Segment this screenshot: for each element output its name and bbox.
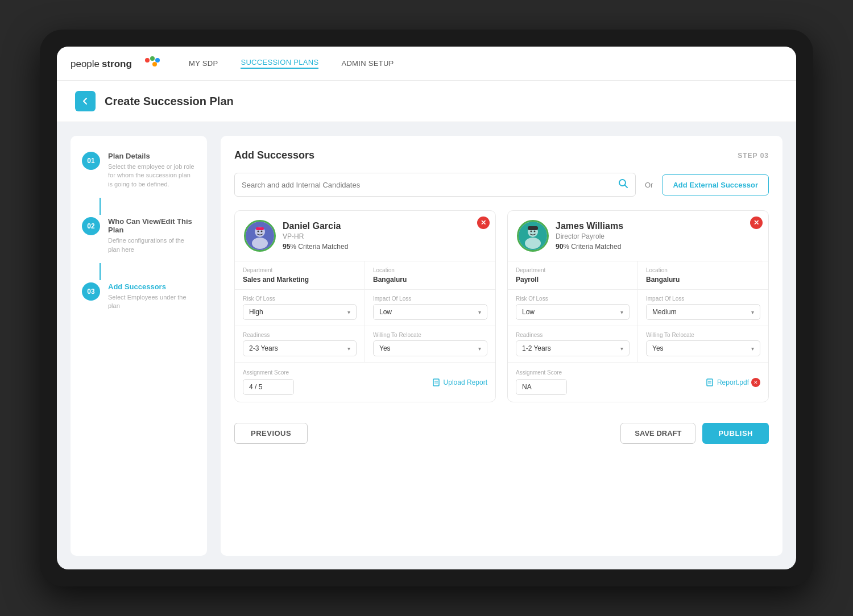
impact-select-james[interactable]: Medium ▾ xyxy=(646,304,760,320)
svg-point-2 xyxy=(145,58,150,63)
top-nav: people strong MY SDP SUCCESSION PLANS AD… xyxy=(57,47,796,81)
right-buttons: SAVE DRAFT PUBLISH xyxy=(620,423,769,444)
candidate-name-james: James Williams xyxy=(556,221,759,231)
step-title-3: Add Successors xyxy=(108,282,196,291)
step-circle-3: 03 xyxy=(82,282,100,301)
nav-succession-plans[interactable]: SUCCESSION PLANS xyxy=(241,58,318,69)
candidate-card-daniel: Daniel Garcia VP-HR 95% Criteria Matched… xyxy=(234,210,496,402)
svg-point-4 xyxy=(155,58,160,63)
step-title-1: Plan Details xyxy=(108,152,196,160)
search-input[interactable] xyxy=(242,181,614,189)
publish-button[interactable]: PUBLISH xyxy=(702,423,769,444)
svg-rect-22 xyxy=(707,379,713,386)
field-readiness-daniel: Readiness 2-3 Years ▾ xyxy=(235,326,365,363)
field-dept-daniel: Department Sales and Marketing xyxy=(235,261,365,290)
risk-select-james[interactable]: Low ▾ xyxy=(516,304,630,320)
criteria-james: 90% Criteria Matched xyxy=(556,243,759,251)
bottom-actions: PREVIOUS SAVE DRAFT PUBLISH xyxy=(234,418,769,444)
field-readiness-james: Readiness 1-2 Years ▾ xyxy=(508,326,638,363)
nav-my-sdp[interactable]: MY SDP xyxy=(189,59,218,68)
nav-admin-setup[interactable]: ADMIN SETUP xyxy=(341,59,394,68)
file-name-james: Report.pdf xyxy=(717,378,749,386)
chevron-down-icon: ▾ xyxy=(620,309,623,315)
relocate-select-james[interactable]: Yes ▾ xyxy=(646,340,760,356)
chevron-down-icon: ▾ xyxy=(620,346,623,352)
candidate-info-daniel: Daniel Garcia VP-HR 95% Criteria Matched xyxy=(283,221,486,251)
svg-rect-21 xyxy=(528,226,538,230)
chevron-down-icon: ▾ xyxy=(347,346,350,352)
add-external-successor-button[interactable]: Add External Successor xyxy=(662,174,769,195)
save-draft-button[interactable]: SAVE DRAFT xyxy=(620,423,695,444)
avatar-james xyxy=(517,220,549,252)
candidate-role-james: Director Payrole xyxy=(556,232,759,240)
step-item-3: 03 Add Successors Select Employees under… xyxy=(82,282,196,311)
assignment-input-daniel[interactable] xyxy=(243,379,294,395)
file-chip-james: Report.pdf ✕ xyxy=(706,378,760,387)
step-circle-2: 02 xyxy=(82,217,100,235)
svg-rect-12 xyxy=(256,227,264,230)
relocate-select-daniel[interactable]: Yes ▾ xyxy=(373,340,487,356)
candidate-header-daniel: Daniel Garcia VP-HR 95% Criteria Matched… xyxy=(235,211,495,261)
search-icon xyxy=(618,178,628,191)
candidate-card-james: James Williams Director Payrole 90% Crit… xyxy=(507,210,769,402)
field-relocate-daniel: Willing to Relocate Yes ▾ xyxy=(365,326,495,363)
step-desc-2: Define configurations of the plan here xyxy=(108,236,196,254)
remove-daniel-button[interactable]: ✕ xyxy=(477,217,490,229)
step-connector-2 xyxy=(100,263,101,280)
search-box[interactable] xyxy=(234,173,636,197)
candidate-info-james: James Williams Director Payrole 90% Crit… xyxy=(556,221,759,251)
readiness-select-daniel[interactable]: 2-3 Years ▾ xyxy=(243,340,357,356)
chevron-down-icon: ▾ xyxy=(751,309,754,315)
or-text: Or xyxy=(645,181,653,189)
step-desc-1: Select the employee or job role for whom… xyxy=(108,163,196,189)
field-loc-daniel: Location Bangaluru xyxy=(365,261,495,290)
step-label: STEP 03 xyxy=(738,152,769,160)
search-row: Or Add External Successor xyxy=(234,173,769,197)
nav-links: MY SDP SUCCESSION PLANS ADMIN SETUP xyxy=(189,58,394,69)
remove-james-button[interactable]: ✕ xyxy=(750,217,763,229)
field-risk-james: Risk of loss Low ▾ xyxy=(508,290,638,326)
field-relocate-james: Willing to Relocate Yes ▾ xyxy=(638,326,768,363)
svg-point-9 xyxy=(252,238,268,249)
svg-point-19 xyxy=(531,231,532,232)
risk-select-daniel[interactable]: High ▾ xyxy=(243,304,357,320)
right-panel: Add Successors STEP 03 Or xyxy=(221,136,782,556)
steps-sidebar: 01 Plan Details Select the employee or j… xyxy=(71,136,207,556)
field-risk-daniel: Risk of loss High ▾ xyxy=(235,290,365,326)
chevron-down-icon: ▾ xyxy=(347,309,350,315)
panel-title: Add Successors xyxy=(234,149,314,161)
remove-file-james-button[interactable]: ✕ xyxy=(751,378,760,387)
page-title: Create Succession Plan xyxy=(105,95,234,108)
candidate-role-daniel: VP-HR xyxy=(283,232,486,240)
criteria-daniel: 95% Criteria Matched xyxy=(283,243,486,251)
field-impact-daniel: Impact of loss Low ▾ xyxy=(365,290,495,326)
impact-select-daniel[interactable]: Low ▾ xyxy=(373,304,487,320)
tablet-frame: people strong MY SDP SUCCESSION PLANS AD… xyxy=(40,30,813,586)
previous-button[interactable]: PREVIOUS xyxy=(234,423,308,444)
assignment-row-daniel: Assignment Score Upload Report xyxy=(235,363,495,402)
back-button[interactable] xyxy=(75,91,96,111)
svg-text:people: people xyxy=(71,59,100,69)
panel-header: Add Successors STEP 03 xyxy=(234,149,769,161)
field-dept-james: Department Payroll xyxy=(508,261,638,290)
step-info-2: Who Can View/Edit This Plan Define confi… xyxy=(108,217,196,254)
svg-point-18 xyxy=(525,238,541,249)
readiness-select-james[interactable]: 1-2 Years ▾ xyxy=(516,340,630,356)
fields-daniel: Department Sales and Marketing Location … xyxy=(235,261,495,363)
field-loc-james: Location Bangaluru xyxy=(638,261,768,290)
upload-report-link-daniel[interactable]: Upload Report xyxy=(432,378,487,387)
step-item-2: 02 Who Can View/Edit This Plan Define co… xyxy=(82,217,196,254)
field-impact-james: Impact of loss Medium ▾ xyxy=(638,290,768,326)
svg-point-20 xyxy=(534,231,536,232)
chevron-down-icon: ▾ xyxy=(478,346,481,352)
fields-james: Department Payroll Location Bangaluru Ri… xyxy=(508,261,768,363)
step-desc-3: Select Employees under the plan xyxy=(108,293,196,311)
logo: people strong xyxy=(71,56,162,72)
step-info-3: Add Successors Select Employees under th… xyxy=(108,282,196,311)
svg-rect-13 xyxy=(433,379,439,386)
tablet-screen: people strong MY SDP SUCCESSION PLANS AD… xyxy=(57,47,796,569)
assignment-input-james[interactable] xyxy=(516,379,567,395)
candidates-grid: Daniel Garcia VP-HR 95% Criteria Matched… xyxy=(234,210,769,402)
page-header: Create Succession Plan xyxy=(57,81,796,122)
step-title-2: Who Can View/Edit This Plan xyxy=(108,217,196,234)
